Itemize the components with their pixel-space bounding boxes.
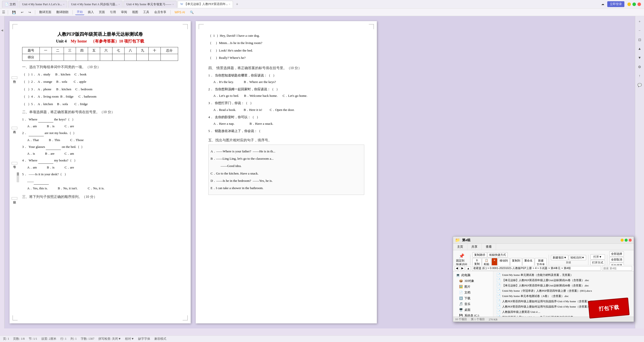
fe-tab-home[interactable]: 主页 [453,244,467,250]
menu-vip-button[interactable]: 会员专享 [153,10,168,15]
tab-doc[interactable]: 📄 文档 [2,1,18,8]
tab-1[interactable]: Unit 4 My home Part A Let's le... × [19,1,67,8]
fe-nav-pictures-icon: 🖼️ [459,285,463,289]
q2-5-choices: A．Yes, this is. B．No, it isn't. C．No, it… [27,186,178,191]
fe-nav-music[interactable]: 🎵音乐 [453,301,493,307]
tab-4[interactable]: W 【单元达标】人教PEP英语四年... × [178,1,233,8]
fe-openfile-button[interactable]: 打开▼ [590,254,605,260]
fe-nav-docs[interactable]: 📄文档 [453,290,493,295]
toolbar-sep-2 [35,10,35,15]
score-2 [52,54,64,61]
fe-close-btn[interactable] [629,239,632,242]
fe-pin-button[interactable]: 📌 固定到快速访问 [455,253,468,267]
table-header-7: 七 [112,47,124,54]
fe-nav-c-icon: 💾 [459,314,463,317]
tab-2-close[interactable]: × [118,3,120,6]
tab-3-close[interactable]: × [172,3,174,6]
tab-1-label: Unit 4 My home Part A Let's le... [22,3,62,6]
q1-4: （ ）4． A．living room B．fridge C．bathroom [22,94,178,99]
menu-view-button[interactable]: 视图 [131,10,140,15]
corner-mark-tr [183,24,188,29]
fe-file-2[interactable]: 📄【单元达标】人教PEP英语四年级上册Unit达标测试8B卷（含答案）.doc [495,283,632,288]
fe-nav-c[interactable]: 💾系统盘 (C:) [453,313,493,317]
fe-nav-pictures[interactable]: 🖼️图片 [453,284,493,290]
score-1 [39,54,52,61]
fe-file-3[interactable]: 📄Unit4 My home（夺冠串讲）人教PEP英语四年级上册（含答案）(00… [495,288,632,293]
login-button[interactable]: 立即登录 [607,1,624,7]
fe-file-2-icon: 📄 [496,283,501,288]
q2-3: 3． Your glasses on the bed.（ ） [22,144,178,150]
sidebar-scroll-down[interactable]: ▼ [636,54,643,61]
sidebar-zoom-out[interactable]: − [636,27,643,34]
fe-min-btn[interactable] [621,239,624,242]
fe-nav-computer[interactable]: 💻此电脑 [453,272,493,278]
corner-mark-r-tl [199,24,204,29]
tab-2[interactable]: Unit 4 My home Part A 同步练习题... × [68,1,123,8]
menu-icon[interactable]: ☰ [2,10,5,14]
menu-ref-button[interactable]: 引用 [108,10,117,15]
tab-3[interactable]: Unit 4 My home 单元专项复习—— × [124,1,176,8]
fe-copy-path-button[interactable]: 复制路径 [472,252,487,258]
q2-5-a: A．Yes, this is. [27,186,48,191]
close-button[interactable] [637,3,641,6]
fe-nav-downloads[interactable]: ⬇️下载 [453,295,493,301]
sidebar-scroll-up[interactable]: ▲ [636,45,643,52]
fe-selectall-button[interactable]: 全部选择 [609,251,624,256]
fe-max-btn[interactable] [625,239,628,242]
fe-editfile-button[interactable]: 打开方式 [590,260,605,265]
search-toolbar-button[interactable]: 🔍 [188,10,195,15]
fe-search-input[interactable] [602,266,632,271]
fe-nav-3d[interactable]: 📦3D对象 [453,278,493,284]
score-8 [124,54,136,61]
menu-start-button[interactable]: 开始 [75,9,84,15]
fe-paste-shortcut-button[interactable]: 粘贴快捷方式 [488,252,508,258]
s4-q2: 2． 当你想和汤姆一起回家时，你应该说：（ ） [208,86,364,92]
sidebar-share[interactable]: ↑ [636,72,643,79]
menu-insert-button[interactable]: 插入 [86,10,95,15]
s4-q2-b: B．Welcome back home. [244,94,278,98]
fe-tab-share[interactable]: 共享 [467,244,482,250]
toolbar-sep-1 [8,10,8,15]
fe-up-button[interactable]: ▲ [466,266,471,270]
menu-page-button[interactable]: 页面 [97,10,106,15]
s4-q1-a: A．It's the key. [213,80,234,84]
menu-tools-button[interactable]: 工具 [142,10,151,15]
q1-1: （ ）1． A．study B．kitchen C．book [22,71,178,77]
fe-forward-button[interactable]: ▶ [460,266,465,270]
fe-newitem-button[interactable]: 新建项目▼ [551,255,568,260]
fe-file-4[interactable]: 📄Unit4 My home 单元本地测试卷（A卷）（含答案）.doc [495,293,632,299]
sidebar-settings[interactable]: ⚙ [636,63,643,70]
stamp-overlay: 打包下载 [588,297,629,319]
fe-nav-downloads-icon: ⬇️ [459,296,463,300]
tab-1-close[interactable]: × [63,3,65,6]
minimize-button[interactable] [627,3,631,6]
tab-4-close[interactable]: × [229,3,230,6]
tab-4-icon: W [180,2,183,6]
fe-file-0[interactable]: 📄Unit4 My home 单元测试卷（含能力材料及答案，无答案） [495,272,632,278]
save-button[interactable]: 💾 [11,10,17,15]
left-panel-toggle[interactable]: ◀ [1,29,4,32]
sidebar-zoom-in[interactable]: + [636,18,643,25]
s5-c: C．Go to the kitchen. Have a snack. [211,170,362,176]
fe-file-1[interactable]: 📄【单元达标】人教PEP英语四年级上册Unit达标测试8A卷（含答案）.doc [495,278,632,283]
fe-nav-desktop[interactable]: 🖥️桌面 [453,307,493,313]
redo-button[interactable]: ↪ [27,10,32,15]
translate-page-button[interactable]: 翻译页面 [38,10,53,15]
fe-back-button[interactable]: ◀ [455,266,459,270]
fe-easyaccess-button[interactable]: 轻松访问▼ [569,255,586,260]
tab-add-button[interactable]: + [234,1,240,7]
s4-q4: 4． 去你的卧室时，你可以：（ ） [208,114,364,120]
translate-voice-button[interactable]: 翻译朗朗 [55,10,70,15]
maximize-button[interactable] [632,3,636,6]
score-5 [88,54,100,61]
fe-address-input[interactable] [472,266,601,271]
fe-tab-view[interactable]: 查看 [482,244,496,250]
score-10 [148,54,160,61]
wps-ai-button[interactable]: WPS AI [173,10,186,15]
undo-button[interactable]: ↩ [19,10,25,15]
title-bar: 📄 文档 Unit 4 My home Part A Let's le... ×… [0,0,644,9]
menu-review-button[interactable]: 审阅 [119,10,129,15]
fe-selectnone-button[interactable]: 全部取消 [609,257,624,262]
sidebar-comment[interactable]: 💬 [636,81,643,89]
sidebar-fit[interactable]: ⊡ [636,36,643,43]
